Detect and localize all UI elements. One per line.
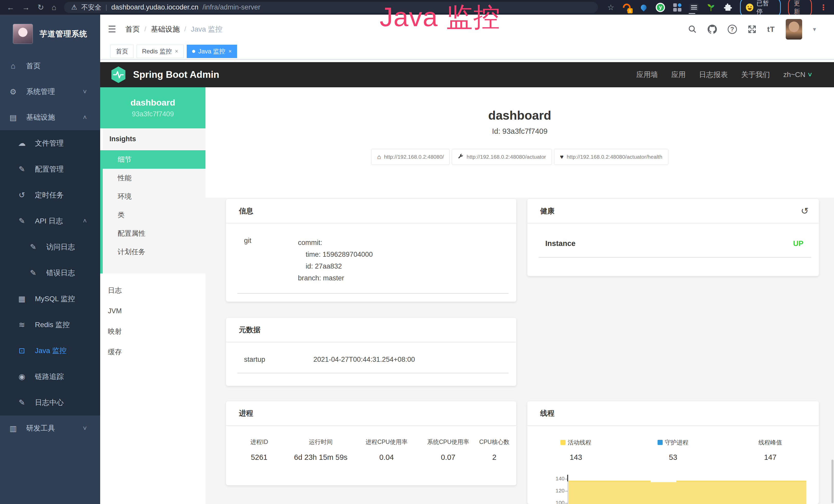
sba-nav-about[interactable]: 关于我们 xyxy=(741,70,770,79)
tab-label: Java 监控 xyxy=(198,47,225,55)
on-badge: on xyxy=(688,13,695,14)
area-notch xyxy=(651,480,676,482)
sidebar-item-scheduled-tasks[interactable]: ↺ 定时任务 xyxy=(0,182,100,208)
breadcrumb-separator: / xyxy=(144,25,146,33)
breadcrumb-home[interactable]: 首页 xyxy=(125,24,140,34)
browser-reload-icon[interactable]: ↻ xyxy=(38,0,44,15)
sba-insights-submenu: 细节 性能 环境 类 配置属性 计划任务 xyxy=(100,150,205,273)
history-icon[interactable]: ↺ xyxy=(801,206,809,216)
health-card-header: 健康 ↺ xyxy=(527,199,819,223)
sidebar-item-access-logs[interactable]: ✎ 访问日志 xyxy=(0,234,100,260)
instance-url-buttons: ⌂ http://192.168.0.2:48080/ http://192.1… xyxy=(205,149,834,165)
breadcrumb-current: Java 监控 xyxy=(191,24,222,34)
sidebar-item-system-management[interactable]: ⚙ 系统管理 ˅ xyxy=(0,79,100,105)
extension-refresh-icon[interactable]: 1 xyxy=(622,3,632,12)
sidebar-item-api-logs[interactable]: ✎ API 日志 ˄ xyxy=(0,208,100,234)
sidebar-item-log-center[interactable]: ✎ 日志中心 xyxy=(0,389,100,415)
actuator-url-button[interactable]: http://192.168.0.2:48080/actuator xyxy=(452,149,552,165)
chevron-down-icon: ˅ xyxy=(808,71,812,79)
sba-item-logs[interactable]: 日志 xyxy=(100,280,205,301)
sba-item-config-props[interactable]: 配置属性 xyxy=(103,224,205,243)
sba-item-scheduled-tasks[interactable]: 计划任务 xyxy=(103,243,205,261)
sba-instance-summary: dashboard Id: 93a3fc7f7409 ⌂ http://192.… xyxy=(205,87,834,198)
service-url-button[interactable]: ⌂ http://192.168.0.2:48080/ xyxy=(371,149,450,165)
github-icon[interactable] xyxy=(708,25,717,34)
sba-item-classes[interactable]: 类 xyxy=(103,206,205,224)
sba-item-mappings[interactable]: 映射 xyxy=(100,321,205,342)
user-avatar[interactable] xyxy=(786,19,802,40)
font-size-icon[interactable]: tT xyxy=(767,25,775,33)
collapse-menu-icon[interactable]: ☰ xyxy=(108,24,116,35)
pin-shape xyxy=(640,3,648,11)
url-path: /infra/admin-server xyxy=(203,3,260,11)
extension-list-on-icon[interactable]: on xyxy=(689,3,699,12)
bookmark-star-icon[interactable]: ☆ xyxy=(607,3,614,12)
fullscreen-icon[interactable] xyxy=(748,25,756,33)
sba-item-jvm[interactable]: JVM xyxy=(100,301,205,321)
sba-language-select[interactable]: zh~CN ˅ xyxy=(783,71,812,79)
git-id-line: id: 27aa832 xyxy=(298,260,373,272)
app-logo-row[interactable]: 芋道管理系统 xyxy=(0,15,100,53)
tab-home[interactable]: 首页 xyxy=(110,45,134,58)
address-bar[interactable]: ⚠ 不安全 | dashboard.yudao.iocoder.cn/infra… xyxy=(64,2,598,13)
sidebar-item-infrastructure[interactable]: ▤ 基础设施 ˄ xyxy=(0,105,100,130)
value-pid: 5261 xyxy=(231,453,287,462)
topbar-actions: ? tT ▾ xyxy=(688,19,816,40)
extension-y-icon[interactable]: y xyxy=(656,3,665,12)
sba-nav-applications[interactable]: 应用 xyxy=(671,70,685,79)
extension-grid-icon[interactable] xyxy=(673,3,682,12)
sidebar-item-home[interactable]: ⌂ 首页 xyxy=(0,53,100,79)
tab-redis-monitor[interactable]: Redis 监控 × xyxy=(137,45,184,58)
health-url-button[interactable]: ♥ http://192.168.0.2:48080/actuator/heal… xyxy=(554,149,668,165)
browser-home-icon[interactable]: ⌂ xyxy=(52,0,56,15)
sba-instance-header[interactable]: dashboard 93a3fc7f7409 xyxy=(100,87,205,129)
sba-nav-journal[interactable]: 日志报表 xyxy=(699,70,728,79)
close-icon[interactable]: × xyxy=(175,48,178,55)
log-edit-icon: ✎ xyxy=(29,268,38,277)
sidebar-item-config-management[interactable]: ✎ 配置管理 xyxy=(0,156,100,182)
sba-item-caches[interactable]: 缓存 xyxy=(100,342,205,362)
search-icon[interactable] xyxy=(688,25,697,33)
browser-menu-icon[interactable]: ⋮ xyxy=(820,3,827,12)
extension-plant-icon[interactable] xyxy=(706,3,716,12)
sba-item-environment[interactable]: 环境 xyxy=(103,187,205,206)
sidebar-item-redis-monitor[interactable]: ≋ Redis 监控 xyxy=(0,312,100,338)
browser-back-icon[interactable]: ← xyxy=(7,0,14,15)
sidebar-item-tracing[interactable]: ◉ 链路追踪 xyxy=(0,364,100,389)
breadcrumb-infrastructure[interactable]: 基础设施 xyxy=(151,24,180,34)
sba-item-metrics[interactable]: 性能 xyxy=(103,169,205,187)
chevron-down-icon: ˅ xyxy=(83,425,87,432)
page-scrollbar-thumb[interactable] xyxy=(831,460,833,503)
sidebar-item-label: 研发工具 xyxy=(26,423,55,433)
health-card: 健康 ↺ Instance UP xyxy=(527,199,819,276)
row-divider xyxy=(237,293,509,294)
infrastructure-submenu: ☁ 文件管理 ✎ 配置管理 ↺ 定时任务 ✎ API 日志 ˄ ✎ 访问日志 ✎ xyxy=(0,130,100,415)
tab-java-monitor[interactable]: Java 监控 × xyxy=(187,45,237,58)
user-menu-caret-icon[interactable]: ▾ xyxy=(813,26,816,33)
screenshot-root: ← → ↻ ⌂ ⚠ 不安全 | dashboard.yudao.iocoder.… xyxy=(0,0,834,504)
close-icon[interactable]: × xyxy=(228,48,232,55)
sidebar-item-java-monitor[interactable]: ⊡ Java 监控 xyxy=(0,338,100,364)
sba-nav-wallboard[interactable]: 应用墙 xyxy=(636,70,658,79)
info-card: 信息 git commit: time: 1596289704000 id: 2… xyxy=(226,199,516,302)
health-instance-label: Instance xyxy=(545,239,576,248)
sidebar-item-file-management[interactable]: ☁ 文件管理 xyxy=(0,130,100,156)
layers-icon: ≋ xyxy=(18,320,26,329)
health-instance-row[interactable]: Instance UP xyxy=(527,223,819,248)
help-icon[interactable]: ? xyxy=(728,25,737,34)
tags-view-bar: 首页 Redis 监控 × Java 监控 × xyxy=(100,44,834,60)
sidebar-item-error-logs[interactable]: ✎ 错误日志 xyxy=(0,260,100,286)
sba-item-details[interactable]: 细节 xyxy=(103,150,205,169)
browser-forward-icon[interactable]: → xyxy=(22,0,30,15)
info-git-row: git commit: time: 1596289704000 id: 27aa… xyxy=(226,223,516,284)
sidebar-item-label: 文件管理 xyxy=(35,138,64,148)
sba-brand[interactable]: Spring Boot Admin xyxy=(110,66,219,84)
paused-label: 已暂停 xyxy=(756,0,775,16)
ytick-120: 120 xyxy=(549,487,565,494)
grid-shape xyxy=(673,3,681,12)
extension-pin-icon[interactable] xyxy=(639,3,649,12)
metadata-value: 2021-04-27T00:44:31.254+08:00 xyxy=(313,356,415,364)
sidebar-item-dev-tools[interactable]: ▥ 研发工具 ˅ xyxy=(0,415,100,441)
sidebar-item-mysql-monitor[interactable]: ▦ MySQL 监控 xyxy=(0,286,100,312)
extension-puzzle-icon[interactable] xyxy=(723,3,733,12)
